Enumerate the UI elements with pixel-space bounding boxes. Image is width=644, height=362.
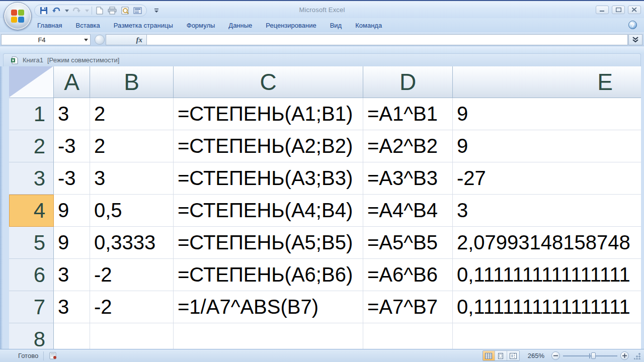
cell-A3[interactable]: -3 xyxy=(54,162,90,195)
normal-view-button[interactable] xyxy=(483,351,495,360)
macro-record-icon[interactable] xyxy=(49,352,57,359)
row-header-3[interactable]: 3 xyxy=(9,162,54,195)
cell-E5[interactable]: 2,07993148158748 xyxy=(453,227,641,259)
cell-C2[interactable]: =СТЕПЕНЬ(A2;B2) xyxy=(174,130,363,162)
print-icon[interactable] xyxy=(107,6,117,16)
cell-C6[interactable]: =СТЕПЕНЬ(A6;B6) xyxy=(174,259,363,291)
help-icon[interactable]: ? xyxy=(628,21,637,29)
cell-C1[interactable]: =СТЕПЕНЬ(A1;B1) xyxy=(174,98,363,130)
cell-B3[interactable]: 3 xyxy=(90,162,174,195)
zoom-out-icon[interactable] xyxy=(551,351,560,360)
maximize-button[interactable] xyxy=(612,6,625,14)
column-header-B[interactable]: B xyxy=(90,66,174,98)
cell-D3[interactable]: =A3^B3 xyxy=(363,162,453,195)
save-icon[interactable] xyxy=(39,6,49,16)
name-box-splitter[interactable] xyxy=(95,35,105,45)
quick-table-icon[interactable] xyxy=(132,6,142,16)
new-document-icon[interactable] xyxy=(95,6,105,16)
undo-icon[interactable] xyxy=(51,6,61,16)
office-button[interactable] xyxy=(4,2,32,30)
ribbon-tab-2[interactable]: Вставка xyxy=(75,22,100,29)
ribbon-tab-3[interactable]: Разметка страницы xyxy=(114,22,173,29)
qat-customize-icon[interactable] xyxy=(154,6,159,15)
cell-A8[interactable] xyxy=(54,323,90,349)
zoom-slider[interactable] xyxy=(563,351,617,360)
cell-E1[interactable]: 9 xyxy=(453,98,641,130)
column-header-E[interactable]: E xyxy=(453,66,641,98)
ribbon-tab-8[interactable]: Команда xyxy=(355,22,382,29)
cell-E8[interactable] xyxy=(453,323,641,349)
close-button[interactable] xyxy=(628,6,641,14)
cell-E4[interactable]: 3 xyxy=(453,195,641,227)
workbook-name: Книга1 xyxy=(23,56,43,64)
cell-A1[interactable]: 3 xyxy=(54,98,90,130)
formula-input[interactable] xyxy=(147,34,628,45)
ribbon-tab-1[interactable]: Главная xyxy=(37,22,62,29)
cell-B4[interactable]: 0,5 xyxy=(90,195,174,227)
print-preview-icon[interactable] xyxy=(120,6,130,16)
title-bar: Microsoft Excel xyxy=(0,0,644,18)
row-header-6[interactable]: 6 xyxy=(9,259,54,291)
cell-D5[interactable]: =A5^B5 xyxy=(363,227,453,259)
ribbon-tab-7[interactable]: Вид xyxy=(330,22,342,29)
cell-A5[interactable]: 9 xyxy=(54,227,90,259)
cell-E6[interactable]: 0,1111111111111111 xyxy=(453,259,641,291)
row-header-4[interactable]: 4 xyxy=(9,195,54,227)
cell-D8[interactable] xyxy=(363,323,453,349)
cell-E3[interactable]: -27 xyxy=(453,162,641,195)
cell-D7[interactable]: =A7^B7 xyxy=(363,291,453,323)
cell-B7[interactable]: -2 xyxy=(90,291,174,323)
row-header-2[interactable]: 2 xyxy=(9,130,54,162)
name-box[interactable]: F4 xyxy=(1,34,91,45)
cell-C3[interactable]: =СТЕПЕНЬ(A3;B3) xyxy=(174,162,363,195)
zoom-in-icon[interactable] xyxy=(620,351,629,360)
column-header-C[interactable]: C xyxy=(174,66,363,98)
cell-E2[interactable]: 9 xyxy=(453,130,641,162)
name-box-dropdown-icon[interactable] xyxy=(82,35,90,45)
column-header-D[interactable]: D xyxy=(363,66,453,98)
cell-A4[interactable]: 9 xyxy=(54,195,90,227)
ribbon-tab-6[interactable]: Рецензирование xyxy=(266,22,316,29)
formula-bar-row: F4 fx xyxy=(0,33,644,46)
row-header-1[interactable]: 1 xyxy=(9,98,54,130)
workbook-title-bar: Книга1 [Режим совместимости] xyxy=(3,53,641,66)
cell-D6[interactable]: =A6^B6 xyxy=(363,259,453,291)
row-header-7[interactable]: 7 xyxy=(9,291,54,323)
status-separator xyxy=(43,351,44,360)
redo-dropdown-icon[interactable] xyxy=(85,10,89,12)
undo-dropdown-icon[interactable] xyxy=(65,10,69,12)
ribbon-tab-4[interactable]: Формулы xyxy=(187,22,215,29)
ribbon-tab-5[interactable]: Данные xyxy=(228,22,252,29)
cell-D2[interactable]: =A2^B2 xyxy=(363,130,453,162)
cell-A7[interactable]: 3 xyxy=(54,291,90,323)
redo-icon[interactable] xyxy=(71,6,82,16)
cell-E7[interactable]: 0,1111111111111111 xyxy=(453,291,641,323)
page-break-preview-button[interactable] xyxy=(507,351,519,360)
cell-B8[interactable] xyxy=(90,323,174,349)
cell-C8[interactable] xyxy=(174,323,363,349)
resize-grip[interactable] xyxy=(634,352,641,359)
page-layout-view-button[interactable] xyxy=(495,351,507,360)
cell-D4[interactable]: =A4^B4 xyxy=(363,195,453,227)
status-ready-label: Готово xyxy=(18,352,38,359)
select-all-corner[interactable] xyxy=(9,66,54,98)
cell-C7[interactable]: =1/A7^ABS(B7) xyxy=(174,291,363,323)
cell-A6[interactable]: 3 xyxy=(54,259,90,291)
minimize-button[interactable] xyxy=(596,6,609,14)
column-header-A[interactable]: A xyxy=(54,66,90,98)
row-header-5[interactable]: 5 xyxy=(9,227,54,259)
cell-A2[interactable]: -3 xyxy=(54,130,90,162)
zoom-slider-thumb[interactable] xyxy=(591,352,596,359)
cell-C4[interactable]: =СТЕПЕНЬ(A4;B4) xyxy=(174,195,363,227)
cell-B5[interactable]: 0,3333 xyxy=(90,227,174,259)
insert-function-icon[interactable]: fx xyxy=(136,36,143,44)
cell-B6[interactable]: -2 xyxy=(90,259,174,291)
cell-B2[interactable]: 2 xyxy=(90,130,174,162)
cell-C5[interactable]: =СТЕПЕНЬ(A5;B5) xyxy=(174,227,363,259)
row-header-8[interactable]: 8 xyxy=(9,323,54,349)
workbook-icon xyxy=(11,56,19,64)
formula-bar-expand-icon[interactable] xyxy=(628,34,642,45)
excel-window: Microsoft Excel ГлавнаяВставкаРазметка с… xyxy=(0,0,644,362)
cell-B1[interactable]: 2 xyxy=(90,98,174,130)
cell-D1[interactable]: =A1^B1 xyxy=(363,98,453,130)
